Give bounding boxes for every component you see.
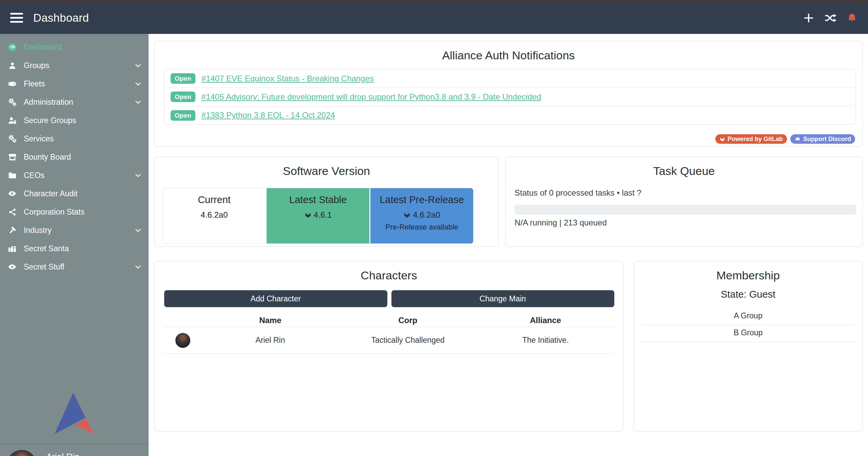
gears-icon (7, 98, 17, 107)
add-icon[interactable] (802, 12, 815, 24)
notification-row: Open #1383 Python 3.8 EOL - 14 Oct 2024 (165, 106, 855, 124)
cell-character-name: Ariel Rin (201, 336, 339, 345)
status-badge: Open (171, 110, 195, 121)
menu-toggle-icon[interactable] (5, 6, 28, 30)
membership-groups-list: A Group B Group (641, 308, 855, 342)
sidebar-item-groups[interactable]: Groups (0, 56, 149, 75)
status-badge: Open (171, 92, 195, 102)
sidebar-item-services[interactable]: Services (0, 130, 149, 148)
sidebar-item-label: Dashboard (24, 43, 62, 52)
hammer-icon (7, 226, 17, 235)
share-icon (7, 208, 17, 216)
sidebar-item-dashboard[interactable]: Dashboard (0, 38, 149, 56)
navbar: Dashboard (0, 2, 868, 34)
user-lock-icon (7, 116, 17, 125)
version-number: 4.6.1 (314, 210, 332, 220)
list-item: B Group (641, 325, 855, 342)
column-header-name: Name (201, 316, 339, 325)
characters-table-header: Name Corp Alliance (164, 314, 614, 327)
sidebar-item-industry[interactable]: Industry (0, 221, 149, 239)
sidebar-item-label: Character Audit (24, 189, 78, 198)
gears-icon (7, 134, 17, 143)
sidebar-item-label: Secure Groups (24, 116, 76, 125)
add-character-button[interactable]: Add Character (164, 290, 387, 307)
character-portrait (7, 450, 37, 456)
notification-link[interactable]: #1407 EVE Equinox Status - Breaking Chan… (201, 74, 374, 83)
task-queue-status-line: Status of 0 processed tasks • last ? (515, 188, 641, 198)
sidebar-item-label: Secret Santa (24, 244, 69, 253)
notifications-list: Open #1407 EVE Equinox Status - Breaking… (164, 69, 856, 125)
chevron-down-icon (134, 171, 142, 180)
membership-title: Membership (634, 269, 862, 282)
sidebar-item-fleets[interactable]: Fleets (0, 75, 149, 93)
shuttle-icon (7, 79, 17, 88)
user-panel: Ariel Rin Tactically Challenged The Init… (0, 444, 149, 456)
sidebar-item-label: Groups (24, 61, 49, 70)
gitlab-icon (304, 211, 312, 219)
notifications-title: Alliance Auth Notifications (155, 49, 862, 62)
task-queue-counts: N/A running | 213 queued (515, 218, 607, 227)
sidebar-item-secret-santa[interactable]: Secret Santa (0, 239, 149, 258)
prerelease-note: Pre-Release available (370, 223, 473, 232)
version-column-label: Latest Pre-Release (370, 194, 473, 205)
notification-link[interactable]: #1405 Advisory: Future development will … (201, 92, 541, 102)
cell-character-alliance: The Initiative. (477, 336, 614, 345)
column-header-alliance: Alliance (477, 316, 614, 325)
change-main-button[interactable]: Change Main (391, 290, 615, 307)
shuffle-icon[interactable] (824, 12, 837, 24)
sidebar-item-bounty-board[interactable]: Bounty Board (0, 148, 149, 166)
sidebar-item-corporation-stats[interactable]: Corporation Stats (0, 203, 149, 221)
discord-icon (794, 136, 801, 142)
sidebar-item-administration[interactable]: Administration (0, 93, 149, 111)
notification-link[interactable]: #1383 Python 3.8 EOL - 14 Oct 2024 (201, 111, 335, 120)
notification-row: Open #1405 Advisory: Future development … (165, 88, 855, 106)
badge-label: Powered by GitLab (728, 136, 783, 143)
avatar (6, 447, 39, 456)
folder-icon (7, 171, 17, 180)
column-header-corp: Corp (339, 316, 477, 325)
membership-panel: Membership State: Guest A Group B Group (634, 261, 863, 432)
sidebar-item-character-audit[interactable]: Character Audit (0, 184, 149, 203)
support-discord-badge[interactable]: Support Discord (790, 134, 855, 144)
version-column-label: Latest Stable (267, 194, 369, 205)
sidebar-item-label: Corporation Stats (24, 207, 84, 217)
store-icon (7, 153, 17, 162)
version-number: 4.6.2a0 (200, 210, 228, 220)
notifications-panel: Alliance Auth Notifications Open #1407 E… (154, 41, 863, 147)
eye-icon (7, 189, 17, 198)
notification-row: Open #1407 EVE Equinox Status - Breaking… (165, 70, 855, 88)
software-version-title: Software Version (155, 164, 498, 178)
sidebar-item-secret-stuff[interactable]: Secret Stuff (0, 258, 149, 276)
eye-icon (7, 262, 17, 272)
sidebar-item-ceos[interactable]: CEOs (0, 166, 149, 184)
list-item: A Group (641, 308, 855, 325)
chevron-down-icon (134, 226, 142, 235)
characters-title: Characters (155, 269, 623, 282)
powered-by-gitlab-badge[interactable]: Powered by GitLab (715, 134, 787, 144)
sidebar-item-label: Secret Stuff (24, 262, 64, 272)
table-row: Ariel Rin Tactically Challenged The Init… (164, 327, 614, 354)
character-row-avatar (175, 333, 190, 348)
sidebar: Dashboard Groups Fleets (0, 34, 149, 456)
chevron-down-icon (134, 262, 142, 271)
sidebar-item-label: Services (24, 134, 54, 143)
version-stable-column: Latest Stable 4.6.1 (266, 188, 369, 243)
version-column-label: Current (163, 194, 266, 205)
characters-panel: Characters Add Character Change Main Nam… (154, 261, 623, 432)
task-queue-title: Task Queue (506, 164, 862, 178)
gitlab-icon (719, 136, 725, 142)
task-queue-panel: Task Queue Status of 0 processed tasks •… (505, 157, 863, 247)
version-comparison-box: Current 4.6.2a0 Latest Stable 4.6.1 Late… (162, 188, 474, 244)
gitlab-icon (403, 211, 411, 219)
status-badge: Open (171, 73, 195, 84)
sidebar-item-label: Industry (24, 226, 52, 235)
task-queue-progress-bar (515, 205, 856, 215)
sidebar-item-label: CEOs (24, 171, 44, 180)
cell-character-corp: Tactically Challenged (339, 336, 477, 345)
sidebar-item-label: Bounty Board (24, 153, 71, 162)
version-number: 4.6.2a0 (413, 210, 440, 220)
version-current-column: Current 4.6.2a0 (163, 188, 266, 243)
sidebar-item-secure-groups[interactable]: Secure Groups (0, 111, 149, 130)
user-name: Ariel Rin (46, 451, 107, 456)
notifications-bell-icon[interactable] (846, 12, 859, 24)
